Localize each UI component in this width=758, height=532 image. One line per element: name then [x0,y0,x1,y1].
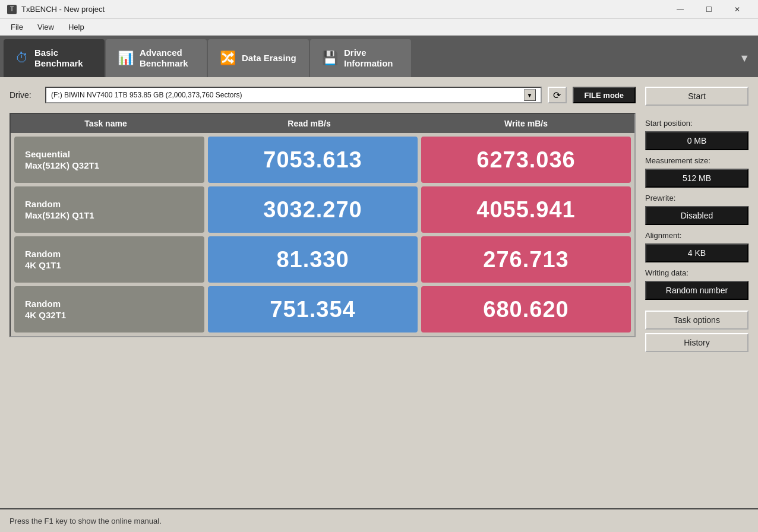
write-number-1: 6273.036 [476,147,576,173]
alignment-label: Alignment: [645,231,748,240]
clock-icon: ⏱ [15,50,29,66]
task-random-4k-q32t1: Random4K Q32T1 [14,286,204,332]
col-write: Write mB/s [418,116,634,131]
app-icon: T [7,5,17,14]
status-text: Press the F1 key to show the online manu… [10,517,162,525]
start-position-label: Start position: [645,119,748,128]
read-value-2: 3032.270 [208,186,418,233]
tab-drive-label: DriveInformation [344,48,393,69]
title-bar-left: T TxBENCH - New project [7,5,105,14]
write-value-1: 6273.036 [421,137,631,183]
tab-erasing-label: Data Erasing [242,53,296,64]
main-area: Drive: (F:) BIWIN NV7400 1TB 953.85 GB (… [0,77,758,508]
alignment-value[interactable]: 4 KB [645,243,748,262]
writing-data-value[interactable]: Random number [645,281,748,300]
menu-help[interactable]: Help [62,21,90,33]
task-random-max512k-q1t1: RandomMax(512K) Q1T1 [14,186,204,233]
write-value-4: 680.620 [421,286,631,332]
close-button[interactable]: ✕ [724,1,751,18]
window-title: TxBENCH - New project [21,5,105,14]
file-mode-button[interactable]: FILE mode [573,87,636,103]
drive-select-value: (F:) BIWIN NV7400 1TB 953.85 GB (2,000,3… [51,91,524,99]
write-number-4: 680.620 [483,297,568,322]
drive-select-box[interactable]: (F:) BIWIN NV7400 1TB 953.85 GB (2,000,3… [45,87,542,103]
tab-basic-benchmark[interactable]: ⏱ BasicBenchmark [4,39,105,77]
status-bar: Press the F1 key to show the online manu… [0,508,758,532]
table-header: Task name Read mB/s Write mB/s [11,114,634,133]
read-number-2: 3032.270 [263,197,362,223]
write-value-2: 4055.941 [421,186,631,233]
tab-bar: ⏱ BasicBenchmark 📊 AdvancedBenchmark 🔀 D… [0,36,758,77]
col-read: Read mB/s [201,116,418,131]
erase-icon: 🔀 [220,50,236,66]
start-button[interactable]: Start [645,87,748,106]
tab-data-erasing[interactable]: 🔀 Data Erasing [208,39,309,77]
drive-selector-row: Drive: (F:) BIWIN NV7400 1TB 953.85 GB (… [10,87,636,103]
tab-advanced-label: AdvancedBenchmark [140,48,188,69]
drive-select-arrow[interactable]: ▼ [524,89,536,101]
refresh-button[interactable]: ⟳ [548,87,567,103]
history-button[interactable]: History [645,333,748,352]
task-random-4k-q1t1: Random4K Q1T1 [14,236,204,283]
col-task-name: Task name [11,116,201,131]
prewrite-value[interactable]: Disabled [645,206,748,225]
task-label-4: Random4K Q32T1 [25,298,66,321]
benchmark-panel: Drive: (F:) BIWIN NV7400 1TB 953.85 GB (… [10,87,636,499]
measurement-size-label: Measurement size: [645,156,748,165]
read-value-3: 81.330 [208,236,418,283]
read-value-1: 7053.613 [208,137,418,183]
table-row: Random4K Q1T1 81.330 276.713 [14,236,631,283]
table-row: Random4K Q32T1 751.354 680.620 [14,286,631,332]
refresh-icon: ⟳ [553,90,561,101]
read-number-4: 751.354 [270,297,355,322]
read-number-1: 7053.613 [263,147,362,173]
write-number-2: 4055.941 [476,197,576,223]
table-body: SequentialMax(512K) Q32T1 7053.613 6273.… [11,133,634,336]
right-panel: Start Start position: 0 MB Measurement s… [636,87,748,499]
writing-data-label: Writing data: [645,268,748,277]
menu-bar: File View Help [0,19,758,36]
title-bar-controls: — ☐ ✕ [667,1,751,18]
read-number-3: 81.330 [276,247,349,273]
table-row: SequentialMax(512K) Q32T1 7053.613 6273.… [14,137,631,183]
maximize-button[interactable]: ☐ [695,1,722,18]
task-sequential-max512k-q32t1: SequentialMax(512K) Q32T1 [14,137,204,183]
drive-label: Drive: [10,90,39,100]
table-row: RandomMax(512K) Q1T1 3032.270 4055.941 [14,186,631,233]
tab-drive-information[interactable]: 💾 DriveInformation [310,39,411,77]
tab-basic-label: BasicBenchmark [34,48,83,69]
tab-advanced-benchmark[interactable]: 📊 AdvancedBenchmark [106,39,207,77]
measurement-size-value[interactable]: 512 MB [645,169,748,188]
task-label-3: Random4K Q1T1 [25,248,61,271]
task-label-2: RandomMax(512K) Q1T1 [25,198,94,221]
write-value-3: 276.713 [421,236,631,283]
tab-dropdown-arrow[interactable]: ▼ [734,39,754,77]
task-options-button[interactable]: Task options [645,311,748,330]
menu-file[interactable]: File [5,21,29,33]
title-bar: T TxBENCH - New project — ☐ ✕ [0,0,758,19]
benchmark-table: Task name Read mB/s Write mB/s Sequentia… [10,113,636,337]
drive-icon: 💾 [322,50,338,66]
write-number-3: 276.713 [483,247,568,273]
prewrite-label: Prewrite: [645,194,748,202]
minimize-button[interactable]: — [667,1,694,18]
read-value-4: 751.354 [208,286,418,332]
chart-icon: 📊 [118,50,134,66]
menu-view[interactable]: View [31,21,60,33]
task-label-1: SequentialMax(512K) Q32T1 [25,148,99,172]
start-position-value[interactable]: 0 MB [645,131,748,150]
